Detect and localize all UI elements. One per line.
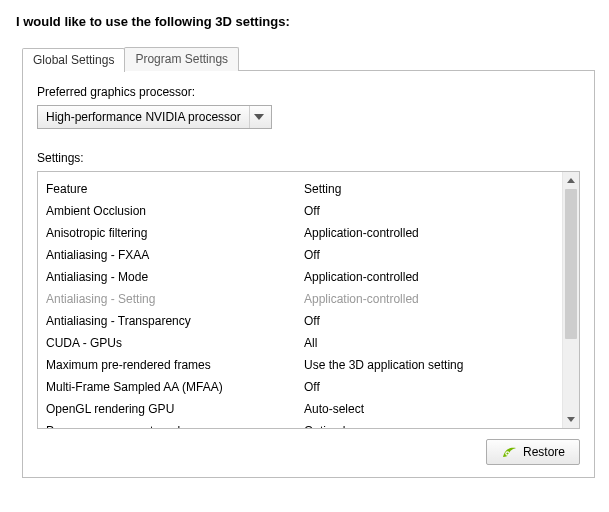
restore-button-label: Restore	[523, 445, 565, 459]
feature-cell: CUDA - GPUs	[46, 334, 304, 352]
column-header-setting[interactable]: Setting	[304, 180, 554, 198]
svg-point-1	[506, 452, 508, 454]
table-row[interactable]: Antialiasing - ModeApplication-controlle…	[38, 266, 562, 288]
setting-cell: Off	[304, 312, 554, 330]
settings-label: Settings:	[37, 151, 580, 165]
table-row[interactable]: Anisotropic filteringApplication-control…	[38, 222, 562, 244]
setting-cell: Application-controlled	[304, 268, 554, 286]
table-row[interactable]: Antialiasing - TransparencyOff	[38, 310, 562, 332]
feature-cell: Anisotropic filtering	[46, 224, 304, 242]
setting-cell: Off	[304, 246, 554, 264]
scrollbar-thumb[interactable]	[565, 189, 577, 339]
feature-cell: Maximum pre-rendered frames	[46, 356, 304, 374]
setting-cell: Application-controlled	[304, 290, 554, 308]
setting-cell: Auto-select	[304, 400, 554, 418]
table-row[interactable]: Antialiasing - FXAAOff	[38, 244, 562, 266]
scrollbar-track[interactable]	[563, 189, 579, 411]
restore-button[interactable]: Restore	[486, 439, 580, 465]
table-row[interactable]: Maximum pre-rendered framesUse the 3D ap…	[38, 354, 562, 376]
setting-cell: Use the 3D application setting	[304, 356, 554, 374]
feature-cell: Multi-Frame Sampled AA (MFAA)	[46, 378, 304, 396]
table-row[interactable]: Power management modeOptimal power	[38, 420, 562, 428]
tab-global-settings[interactable]: Global Settings	[22, 48, 125, 72]
preferred-processor-dropdown[interactable]: High-performance NVIDIA processor	[37, 105, 272, 129]
feature-cell: Power management mode	[46, 422, 304, 428]
feature-cell: Ambient Occlusion	[46, 202, 304, 220]
tabstrip: Global Settings Program Settings	[22, 47, 595, 71]
table-header: Feature Setting	[38, 178, 562, 200]
table-row[interactable]: CUDA - GPUsAll	[38, 332, 562, 354]
setting-cell: Off	[304, 378, 554, 396]
feature-cell: OpenGL rendering GPU	[46, 400, 304, 418]
chevron-down-icon	[249, 106, 269, 128]
tabpanel-global: Preferred graphics processor: High-perfo…	[22, 70, 595, 478]
column-header-feature[interactable]: Feature	[46, 180, 304, 198]
scroll-up-button[interactable]	[563, 172, 579, 189]
settings-table: Feature Setting Ambient OcclusionOffAnis…	[37, 171, 580, 429]
setting-cell: Off	[304, 202, 554, 220]
feature-cell: Antialiasing - Mode	[46, 268, 304, 286]
feature-cell: Antialiasing - Transparency	[46, 312, 304, 330]
preferred-processor-value: High-performance NVIDIA processor	[46, 110, 249, 124]
page-heading: I would like to use the following 3D set…	[16, 14, 595, 29]
nvidia-logo-icon	[501, 446, 517, 458]
table-row[interactable]: Multi-Frame Sampled AA (MFAA)Off	[38, 376, 562, 398]
tab-program-settings[interactable]: Program Settings	[124, 47, 239, 71]
setting-cell: Application-controlled	[304, 224, 554, 242]
table-row[interactable]: OpenGL rendering GPUAuto-select	[38, 398, 562, 420]
table-row[interactable]: Antialiasing - SettingApplication-contro…	[38, 288, 562, 310]
feature-cell: Antialiasing - Setting	[46, 290, 304, 308]
preferred-processor-label: Preferred graphics processor:	[37, 85, 580, 99]
setting-cell: All	[304, 334, 554, 352]
table-row[interactable]: Ambient OcclusionOff	[38, 200, 562, 222]
scroll-down-button[interactable]	[563, 411, 579, 428]
feature-cell: Antialiasing - FXAA	[46, 246, 304, 264]
setting-cell: Optimal power	[304, 422, 554, 428]
scrollbar[interactable]	[562, 172, 579, 428]
